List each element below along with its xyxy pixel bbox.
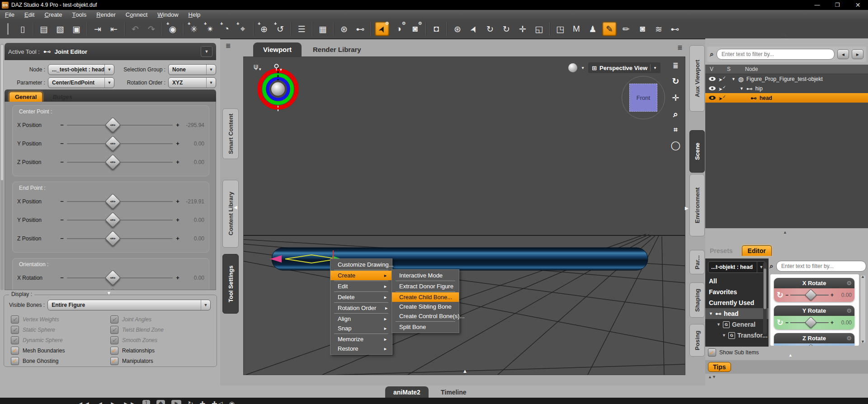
collapse-up-arrow-icon[interactable]: ▲ xyxy=(783,230,787,235)
close-button[interactable]: ✕ xyxy=(848,0,868,10)
expand-icon[interactable]: ▼ xyxy=(740,86,744,91)
menu-edit[interactable]: Edit xyxy=(19,10,39,19)
node-dropdown[interactable]: ..._test-objekt : head▼ xyxy=(48,64,114,75)
create-null-icon[interactable]: ↺+ xyxy=(274,22,287,36)
slider-increment[interactable]: + xyxy=(175,159,181,165)
create-linear-light-icon[interactable]: ⌖+ xyxy=(236,22,250,36)
record-icon[interactable]: ◉ xyxy=(229,400,235,404)
loop-button[interactable]: 1 xyxy=(142,400,150,404)
parameter-dropdown[interactable]: Center/EndPoint▼ xyxy=(48,77,114,88)
slider-handle[interactable]: ◂●▸ xyxy=(105,230,121,246)
editor-nav-scrollbar[interactable] xyxy=(763,262,767,334)
frame-icon[interactable]: ⌗ xyxy=(674,126,677,134)
gear-icon[interactable]: ⚙ xyxy=(846,307,852,314)
slider-decrement[interactable]: − xyxy=(59,140,65,147)
slider-increment[interactable]: + xyxy=(175,140,181,147)
editor-nav-all[interactable]: All xyxy=(705,276,769,287)
twist-tool-icon[interactable]: ↻ xyxy=(500,22,513,36)
menu-item-rotation-order[interactable]: Rotation Order► xyxy=(330,303,392,313)
dial-slider[interactable]: ↻−+0.00 xyxy=(774,288,854,302)
minimize-button[interactable]: — xyxy=(807,0,827,10)
filter-back-button[interactable]: ◄ xyxy=(837,49,849,59)
viewport-sphere-icon[interactable]: ⊛ xyxy=(337,22,351,36)
dial-decrement[interactable]: − xyxy=(785,292,788,298)
menu-item-interactive-mode[interactable]: Interactive Mode xyxy=(392,271,459,280)
slider-increment[interactable]: + xyxy=(175,274,181,281)
scroll-up-icon[interactable]: ▲ xyxy=(861,274,865,279)
dial-track[interactable] xyxy=(790,322,829,323)
slider-handle[interactable]: ◂●▸ xyxy=(105,193,121,209)
expand-icon[interactable]: ▼ xyxy=(722,333,726,338)
visibility-eye-icon[interactable] xyxy=(709,86,716,90)
menu-item-snap[interactable]: Snap► xyxy=(330,324,392,333)
tool-header-menu-button[interactable]: ▼ xyxy=(201,46,212,57)
nav-sphere-icon[interactable]: ⊛ xyxy=(451,22,464,36)
brush-tool-icon[interactable]: ≋ xyxy=(652,22,665,36)
joint-editor-tool-icon[interactable]: ✎ xyxy=(602,22,617,36)
menu-item-restore[interactable]: Restore► xyxy=(330,344,392,353)
scene-node-figure_prop_figure_test-objekt[interactable]: ➤✓▼◍Figure_Prop_Figure_test-objekt xyxy=(705,74,868,84)
tab-general[interactable]: General xyxy=(9,92,42,102)
expand-icon[interactable]: ▼ xyxy=(709,311,713,316)
menu-item-memorize[interactable]: Memorize► xyxy=(330,334,392,344)
selectable-cursor-icon[interactable]: ➤✓ xyxy=(718,75,726,83)
menu-render[interactable]: Render xyxy=(91,10,121,19)
camera-selection-tool-icon[interactable]: ◙⚙ xyxy=(408,22,422,36)
scene-node-head[interactable]: ➤✓⊷head xyxy=(705,93,868,103)
gear-icon[interactable]: ⚙ xyxy=(846,280,852,287)
merge-file-icon[interactable]: ▧ xyxy=(53,22,67,36)
slider-track[interactable]: ◂●▸ xyxy=(67,162,173,163)
create-distant-light-icon[interactable]: ◔+ xyxy=(220,22,233,36)
scene-node-hip[interactable]: ➤✓▼⊷hip xyxy=(705,84,868,93)
add-icon[interactable]: ✚ xyxy=(200,400,206,404)
pose-figure-icon[interactable]: ⍦▼ xyxy=(254,62,262,72)
node-selection-tool-icon[interactable]: ➤⚙ xyxy=(375,22,389,36)
rotation-order-dropdown[interactable]: XYZ▼ xyxy=(168,77,216,88)
tab-bulges[interactable]: Bulges xyxy=(50,92,75,102)
editor-nav-scrollbar-thumb[interactable] xyxy=(764,268,766,309)
slider-track[interactable]: ◂●▸ xyxy=(67,201,173,202)
pane-options-icon[interactable]: ≣ xyxy=(673,61,679,70)
collapse-up-arrow-icon[interactable]: ▲ xyxy=(788,353,793,357)
visibility-eye-icon[interactable] xyxy=(709,96,716,100)
slider-increment[interactable]: + xyxy=(175,198,181,205)
tab-editor[interactable]: Editor xyxy=(742,245,772,256)
collapse-left-arrow-icon[interactable]: ◀ xyxy=(234,205,237,210)
left-pane-scrollbar-thumb[interactable] xyxy=(1,45,3,180)
scene-filter-input[interactable] xyxy=(717,49,835,60)
tab-posing[interactable]: Posing xyxy=(689,324,705,357)
view-cube-front-face[interactable]: Front xyxy=(629,84,657,112)
slider-decrement[interactable]: − xyxy=(59,159,65,165)
reset-camera-icon[interactable]: ◯ xyxy=(671,140,680,150)
dial-handle[interactable] xyxy=(805,344,817,346)
mesh-tool-icon[interactable]: ◳ xyxy=(553,22,567,36)
drawstyle-sphere-icon[interactable] xyxy=(568,63,577,72)
slider-track[interactable]: ◂●▸ xyxy=(67,220,173,221)
menu-item-extract-donor-figure[interactable]: Extract Donor Figure xyxy=(392,282,459,291)
menu-item-split-bone[interactable]: Split Bone xyxy=(392,322,459,332)
gear-icon[interactable]: ⚙ xyxy=(846,335,852,342)
checkbox-icon[interactable]: ✓ xyxy=(110,357,118,365)
measure-tool-icon[interactable]: M xyxy=(570,22,583,36)
menu-create[interactable]: Create xyxy=(39,10,67,19)
save-file-icon[interactable]: ▣ xyxy=(70,22,83,36)
orbit-icon[interactable]: ↻ xyxy=(672,76,679,86)
slider-decrement[interactable]: − xyxy=(59,274,65,281)
key-button[interactable]: ◆ xyxy=(156,400,165,404)
tab-content-library[interactable]: Content Library xyxy=(222,180,239,248)
viewport-3d[interactable]: ⍦▼ ⚲▼ ▼ ⊞ Perspective View ▼ ≣ ↻ ✛ ⌕ ⌗ ◯… xyxy=(243,56,685,375)
tab-animate2[interactable]: aniMate2 xyxy=(385,386,429,398)
editor-node-dropdown[interactable]: ...t-objekt : head ▼ xyxy=(708,261,766,273)
camera-cursor-icon[interactable]: ◙ xyxy=(636,22,649,36)
geometry-editor-icon[interactable]: ✏ xyxy=(619,22,633,36)
translate-tool-icon[interactable]: ✛ xyxy=(516,22,529,36)
editor-nav-general[interactable]: ▼GGeneral xyxy=(705,319,769,330)
next-button[interactable]: ► xyxy=(171,400,181,404)
slider-handle[interactable]: ◂●▸ xyxy=(105,269,121,285)
slider-increment[interactable]: + xyxy=(175,235,181,242)
collapse-right-arrow-icon[interactable]: ▶ xyxy=(685,206,689,211)
selectable-cursor-icon[interactable]: ➤✓ xyxy=(718,94,726,102)
checkbox-bone-ghosting[interactable]: ✓Bone Ghosting xyxy=(11,356,110,366)
checkbox-checked-icon[interactable]: ✓ xyxy=(708,348,716,357)
bone-tool-icon[interactable]: ⊷ xyxy=(668,22,682,36)
